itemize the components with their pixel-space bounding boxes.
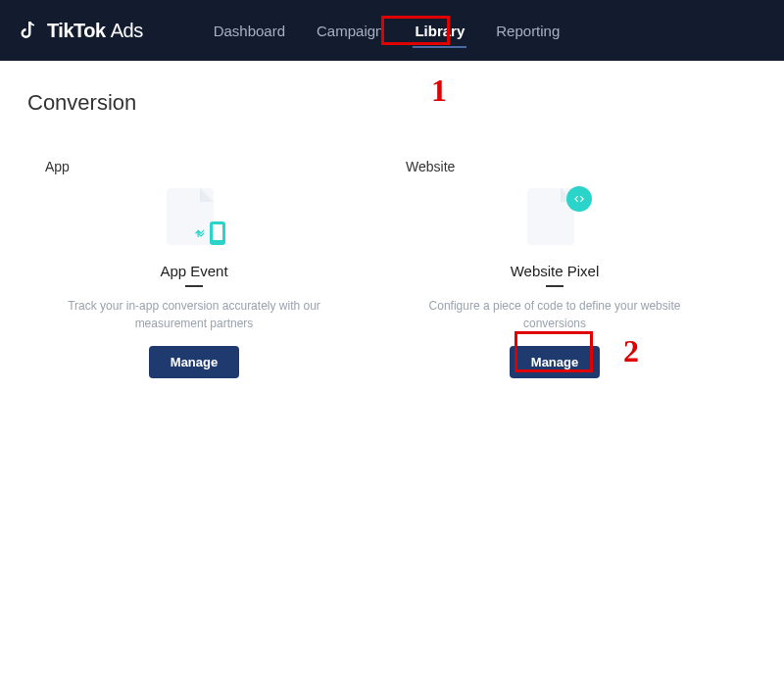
tiktok-icon [18,19,41,42]
page-title: Conversion [27,90,757,116]
brand-text: TikTok Ads [47,20,143,42]
page-content: Conversion App App Event Track your in-a… [0,61,784,435]
brand-logo: TikTok Ads [18,19,143,42]
nav-dashboard[interactable]: Dashboard [212,17,287,45]
website-card-heading: Website Pixel [511,263,600,279]
app-card-description: Track your in-app conversion accurately … [62,297,326,332]
app-card-heading: App Event [160,263,227,279]
code-icon [566,186,592,212]
website-manage-button[interactable]: Manage [510,346,600,378]
divider [185,285,203,287]
website-card-description: Configure a piece of code to define your… [422,297,687,332]
website-card: Website Website Pixel Configure a piece … [388,143,721,406]
top-nav-bar: TikTok Ads Dashboard Campaign Library Re… [0,0,784,61]
app-event-icon [159,188,229,251]
cards-row: App App Event Track your in-app conversi… [27,143,757,406]
annotation-number-1: 1 [431,73,447,109]
app-card-label: App [45,159,343,174]
nav-campaign[interactable]: Campaign [315,17,385,45]
app-card: App App Event Track your in-app conversi… [27,143,361,406]
nav-reporting[interactable]: Reporting [494,17,562,45]
main-nav: Dashboard Campaign Library Reporting [212,17,563,45]
app-manage-button[interactable]: Manage [149,346,239,378]
divider [546,285,564,287]
nav-library[interactable]: Library [413,17,466,45]
annotation-number-2: 2 [623,333,639,369]
website-pixel-icon [519,188,590,251]
website-card-label: Website [406,159,704,174]
